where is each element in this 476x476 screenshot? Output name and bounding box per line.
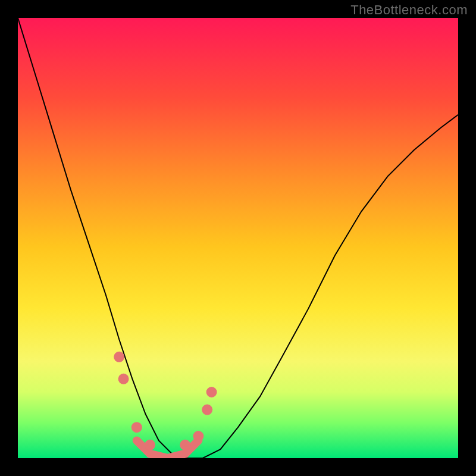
marker-dot <box>180 440 190 450</box>
plot-area <box>18 18 458 458</box>
chart-frame: TheBottleneck.com <box>0 0 476 476</box>
marker-dot <box>131 422 142 433</box>
marker-dot <box>202 405 212 415</box>
marker-dot <box>118 374 129 384</box>
marker-dot <box>145 440 155 450</box>
marker-dot <box>193 431 203 441</box>
marker-dots <box>114 352 217 450</box>
marker-dot <box>114 352 124 362</box>
watermark-text: TheBottleneck.com <box>350 2 468 18</box>
marker-dot <box>206 387 217 397</box>
bottleneck-curve <box>18 18 458 458</box>
chart-svg <box>18 18 458 458</box>
